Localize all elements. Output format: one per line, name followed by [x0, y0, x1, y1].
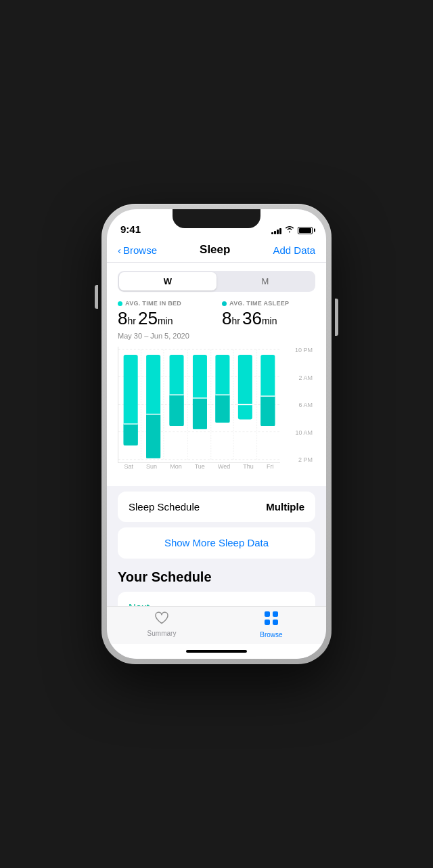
avg-time-in-bed-label: AVG. TIME IN BED: [118, 300, 211, 307]
tab-summary-label: Summary: [147, 630, 177, 637]
signal-bars-icon: [271, 226, 281, 234]
svg-rect-32: [273, 611, 278, 617]
tab-browse-label: Browse: [260, 631, 282, 638]
chart-x-labels: Sat Sun Mon Tue Wed Thu Fri: [118, 463, 280, 475]
x-label-mon: Mon: [170, 463, 182, 475]
page-title: Sleep: [200, 243, 230, 257]
y-label-10pm: 10 PM: [284, 347, 313, 353]
battery-icon: [298, 227, 313, 234]
y-label-2pm: 2 PM: [284, 456, 313, 463]
signal-bar-1: [271, 232, 273, 234]
stats-section: W M AVG. TIME IN BED 8hr 25min: [107, 263, 326, 486]
svg-rect-12: [124, 424, 138, 446]
navigation-bar: ‹ Browse Sleep Add Data: [107, 239, 326, 263]
schedule-next-label: Next: [129, 601, 150, 606]
show-more-card[interactable]: Show More Sleep Data: [118, 527, 315, 559]
signal-bar-2: [274, 231, 276, 234]
browse-grid-icon: [264, 611, 279, 630]
x-label-tue: Tue: [195, 463, 205, 475]
x-label-thu: Thu: [243, 463, 254, 475]
x-label-sun: Sun: [146, 463, 157, 475]
tab-browse[interactable]: Browse: [216, 611, 326, 638]
sleep-schedule-label: Sleep Schedule: [129, 501, 200, 513]
avg-time-in-bed-value: 8hr 25min: [118, 308, 211, 329]
notch: [173, 209, 260, 228]
avg-time-asleep-label: AVG. TIME ASLEEP: [222, 300, 315, 307]
schedule-card[interactable]: Next: [118, 592, 315, 606]
summary-heart-icon: [154, 611, 169, 628]
signal-bar-4: [279, 228, 281, 234]
home-bar: [186, 650, 247, 653]
x-label-sat: Sat: [124, 463, 134, 475]
signal-bar-3: [277, 230, 279, 234]
your-schedule-title: Your Schedule: [118, 569, 315, 585]
scroll-content: W M AVG. TIME IN BED 8hr 25min: [107, 263, 326, 606]
screen: 9:41: [107, 209, 326, 659]
your-schedule-section: Your Schedule Next: [107, 559, 326, 606]
chart-svg: [118, 347, 280, 462]
tab-bar: Summary Browse: [107, 606, 326, 644]
svg-rect-21: [193, 398, 207, 429]
y-label-10am: 10 AM: [284, 429, 313, 436]
date-range: May 30 – Jun 5, 2020: [118, 332, 315, 340]
chevron-left-icon: ‹: [118, 244, 121, 256]
home-indicator: [107, 644, 326, 659]
tab-summary[interactable]: Summary: [107, 611, 216, 638]
y-label-2am: 2 AM: [284, 374, 313, 381]
chart-area: [118, 347, 280, 463]
status-icons: [271, 225, 313, 235]
back-button[interactable]: ‹ Browse: [118, 244, 157, 256]
svg-rect-26: [238, 355, 252, 420]
x-label-fri: Fri: [267, 463, 274, 475]
segment-week[interactable]: W: [119, 272, 216, 290]
battery-fill: [299, 228, 311, 233]
time-in-bed-dot: [118, 301, 122, 306]
avg-time-asleep-value: 8hr 36min: [222, 308, 315, 329]
period-segment-control[interactable]: W M: [118, 271, 315, 292]
svg-rect-24: [215, 395, 229, 422]
show-more-label[interactable]: Show More Sleep Data: [164, 537, 269, 548]
y-label-6am: 6 AM: [284, 402, 313, 408]
svg-rect-33: [265, 620, 270, 625]
sleep-schedule-card[interactable]: Sleep Schedule Multiple: [118, 492, 315, 522]
avg-time-in-bed: AVG. TIME IN BED 8hr 25min: [118, 300, 211, 329]
wifi-icon: [285, 225, 294, 235]
stats-row: AVG. TIME IN BED 8hr 25min AVG. TIME ASL…: [118, 300, 315, 329]
sleep-schedule-row: Sleep Schedule Multiple: [129, 501, 304, 513]
time-asleep-dot: [222, 301, 227, 306]
avg-time-asleep: AVG. TIME ASLEEP 8hr 36min: [222, 300, 315, 329]
phone-screen: 9:41: [107, 209, 326, 659]
sleep-chart: 10 PM 2 AM 6 AM 10 AM 2 PM Sat Sun Mon T…: [118, 347, 315, 475]
add-data-button[interactable]: Add Data: [273, 244, 315, 256]
segment-month[interactable]: M: [216, 272, 314, 290]
svg-rect-34: [273, 620, 278, 625]
svg-rect-18: [170, 395, 184, 426]
svg-rect-29: [260, 396, 275, 426]
phone-frame: 9:41: [101, 204, 332, 664]
svg-rect-15: [146, 414, 160, 458]
sleep-schedule-value: Multiple: [266, 501, 304, 513]
x-label-wed: Wed: [218, 463, 230, 475]
back-label: Browse: [123, 244, 157, 256]
chart-y-labels: 10 PM 2 AM 6 AM 10 AM 2 PM: [281, 347, 315, 463]
status-bar: 9:41: [107, 209, 326, 239]
svg-rect-31: [265, 611, 270, 617]
